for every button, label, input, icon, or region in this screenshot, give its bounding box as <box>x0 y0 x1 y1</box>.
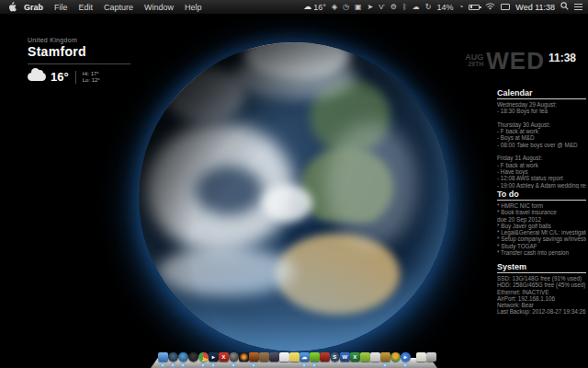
weather-region: United Kingdom <box>28 37 147 43</box>
system-lines: SSD: 13G/148G free (91% used)HDD: 258G/4… <box>497 275 586 316</box>
menu-item[interactable]: Capture <box>104 3 133 12</box>
calendar-lines: Wednesday 29 August:- 18:30 Boys for tea… <box>497 101 586 189</box>
weather-cloud-icon <box>28 73 46 81</box>
red-x-app-icon[interactable]: X <box>219 352 229 362</box>
word-icon[interactable]: W <box>340 352 350 362</box>
status-icon[interactable]: ☁ <box>413 4 420 11</box>
photo-app-icon[interactable] <box>370 352 380 362</box>
system-stat: Last Backup: 2012-08-27 19:34:26 <box>497 308 586 315</box>
calendar-entry: - 12:08 AWS status report <box>497 175 586 181</box>
calendar-title: Calendar <box>497 88 586 99</box>
calendar-entry: - F back at work <box>497 162 586 168</box>
status-icon[interactable]: ⚙ <box>390 4 397 11</box>
notification-center-icon[interactable] <box>574 4 582 10</box>
earth-globe <box>139 42 449 351</box>
slate-app-icon[interactable] <box>269 352 279 362</box>
desktop: GrabFileEditCaptureWindowHelp ☁ 16° ◈◷▣➤… <box>0 0 588 368</box>
display-icon[interactable] <box>501 4 510 10</box>
weather-hi: Hi: 17° <box>83 71 100 77</box>
spotlight-icon[interactable] <box>560 2 569 12</box>
system-stat: AirPort: 192.168.1.106 <box>497 295 586 302</box>
wifi-icon[interactable] <box>485 3 495 12</box>
utility-app-icon[interactable] <box>380 352 390 362</box>
system-stat: Ethernet: INACTIVE <box>497 289 586 295</box>
calendar-entry: - 08:00 Take boys over @ M&D <box>497 142 586 148</box>
orange-app-icon[interactable] <box>249 352 259 362</box>
compass-app-icon[interactable] <box>168 352 178 362</box>
cloud-icon: ☁ <box>303 3 311 11</box>
date-weekday: WED <box>486 50 545 72</box>
calendar-widget: Calendar Wednesday 29 August:- 18:30 Boy… <box>497 88 586 189</box>
calendar-entry: Wednesday 29 August: <box>497 101 586 108</box>
todo-entry: * Study TOGAF <box>497 243 586 249</box>
todo-entry: * Buy Javer golf balls <box>497 223 586 229</box>
finder-icon[interactable] <box>158 352 168 362</box>
system-title: System <box>497 262 586 273</box>
date-time: 11:38 <box>548 52 576 64</box>
calendar-entry: - F back at work <box>497 128 586 134</box>
menu-item[interactable]: File <box>54 3 68 12</box>
menu-temp-label: 16° <box>313 3 326 12</box>
calendar-entry: - Have boys <box>497 168 586 175</box>
dock: ▸X☁SWX▸ <box>151 342 437 368</box>
stickies-icon[interactable] <box>289 352 300 362</box>
menu-item[interactable]: Help <box>185 3 202 12</box>
excel-icon[interactable]: X <box>350 352 360 362</box>
green-chat-icon[interactable] <box>310 352 320 362</box>
todo-entry: * Legal&General Mt C/L: investigate <box>497 229 586 236</box>
red-box-icon[interactable] <box>320 352 330 362</box>
status-icon[interactable]: ◈ <box>332 4 337 11</box>
terminator-shadow <box>139 42 449 351</box>
calendar-entry: - 18:30 Boys for tea <box>497 108 586 114</box>
time-machine-icon[interactable]: ◔ <box>458 4 463 11</box>
status-icon[interactable]: ᛒ <box>402 4 407 11</box>
system-stat: HDD: 258G/465G free (45% used) <box>497 282 586 288</box>
weather-widget: United Kingdom Stamford 16° Hi: 17° Lo: … <box>28 37 147 84</box>
status-icon[interactable]: ↻ <box>425 4 432 11</box>
date-widget: AUG 29TH WED 11:38 <box>465 50 576 72</box>
grey-sphere-icon[interactable] <box>229 352 239 362</box>
trash-icon[interactable] <box>426 352 436 362</box>
todo-entry: * Setup company savings w/Investec <box>497 236 586 242</box>
todo-entry: due 20 Sep 2012 <box>497 216 586 223</box>
play-app-icon[interactable]: ▸ <box>401 352 411 362</box>
status-icon[interactable]: Ѵ <box>379 4 384 11</box>
dark-sphere-s-icon[interactable]: S <box>330 352 340 362</box>
weather-temp: 16° <box>51 70 69 84</box>
weather-vertical-divider <box>75 71 76 84</box>
dark-app-icon[interactable] <box>188 352 198 362</box>
weather-divider <box>28 63 130 64</box>
status-icon[interactable]: ◷ <box>343 4 349 11</box>
todo-entry: * Book travel insurance <box>497 209 586 215</box>
apple-menu-icon[interactable] <box>6 2 18 12</box>
menu-item[interactable]: Edit <box>79 3 94 12</box>
camera-app-icon[interactable] <box>239 352 249 362</box>
status-icon[interactable]: ▣ <box>355 4 362 11</box>
date-month: AUG <box>465 53 483 61</box>
cloud-app-icon[interactable]: ☁ <box>300 352 310 362</box>
weather-menu-extra[interactable]: ☁ 16° <box>303 3 326 12</box>
globe-browser-icon[interactable] <box>178 352 188 362</box>
menu-bar: GrabFileEditCaptureWindowHelp ☁ 16° ◈◷▣➤… <box>0 0 588 15</box>
weather-lo: Lo: 12° <box>83 77 100 84</box>
archive-can-icon[interactable] <box>416 352 426 362</box>
battery-icon[interactable] <box>469 5 480 10</box>
document-icon[interactable] <box>279 352 289 362</box>
menu-clock[interactable]: Wed 11:38 <box>515 3 555 12</box>
green-orange-app-icon[interactable] <box>390 352 401 362</box>
robot-app-icon[interactable] <box>360 352 370 362</box>
notebook-icon[interactable] <box>259 352 269 362</box>
third-party-menu-extras: ◈◷▣➤Ѵ⚙ᛒ☁↻ <box>332 4 432 11</box>
chrome-icon[interactable] <box>198 352 209 362</box>
dock-icons: ▸X☁SWX▸ <box>158 352 430 362</box>
todo-entry: * Transfer cash into pension <box>497 249 586 256</box>
menu-item[interactable]: Window <box>144 3 174 12</box>
menu-item[interactable]: Grab <box>24 3 43 12</box>
date-day: 29TH <box>465 61 483 68</box>
status-icon[interactable]: ➤ <box>368 4 374 11</box>
earth-wallpaper <box>139 42 449 351</box>
media-app-icon[interactable]: ▸ <box>209 352 219 362</box>
menu-bar-menus: GrabFileEditCaptureWindowHelp <box>24 3 202 12</box>
calendar-entry: - 19:00 Ashley & Adam wedding reception … <box>497 182 586 189</box>
todo-entry: * HMRC NIC form <box>497 202 586 209</box>
